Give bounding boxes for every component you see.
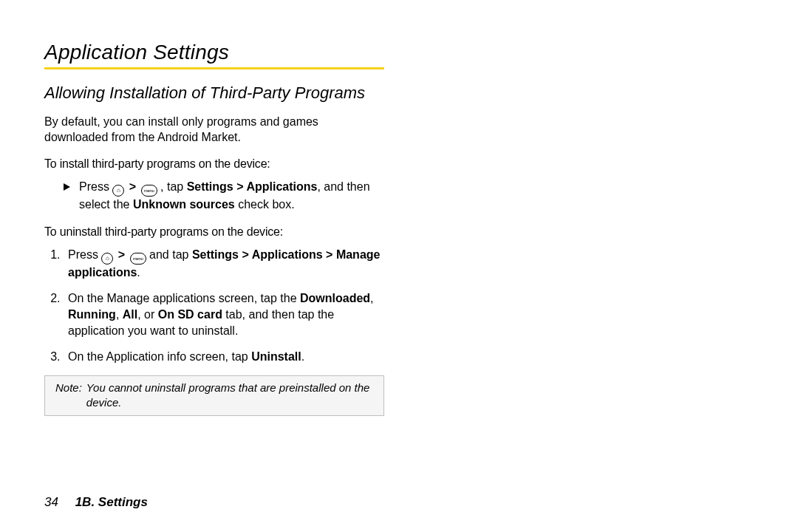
text: . [137, 266, 140, 279]
text: , [370, 292, 373, 304]
nav-path: Settings > Applications [187, 180, 318, 193]
text: . [301, 350, 304, 363]
text: , or [137, 308, 158, 321]
uninstall-step-1: Press ⌂ > menu and tap Settings > Applic… [64, 247, 384, 281]
install-step: Press ⌂ > menu , tap Settings > Applicat… [44, 179, 384, 213]
text: , [116, 308, 123, 321]
nav-path: Settings > Applications > Manage applica… [68, 248, 380, 279]
text: On the Application info screen, tap [68, 350, 251, 363]
option-name: Unknown sources [133, 198, 235, 211]
action-name: Uninstall [251, 350, 301, 363]
tab-name: All [123, 308, 137, 321]
breadcrumb-separator: > [117, 248, 126, 261]
intro-paragraph: By default, you can install only program… [44, 114, 384, 146]
tab-name: On SD card [158, 308, 222, 321]
home-button-icon: ⌂ [112, 185, 124, 197]
page-footer: 34 1B. Settings [44, 495, 148, 510]
note-box: Note: You cannot uninstall programs that… [44, 375, 384, 416]
chapter-label: 1B. Settings [75, 495, 148, 509]
text: On the Manage applications screen, tap t… [68, 292, 300, 304]
menu-button-icon: menu [141, 185, 157, 197]
text: Press [79, 180, 112, 193]
tab-name: Downloaded [300, 292, 370, 304]
content-column: Application Settings Allowing Installati… [44, 41, 384, 416]
subsection-title: Allowing Installation of Third-Party Pro… [44, 83, 384, 103]
uninstall-steps: Press ⌂ > menu and tap Settings > Applic… [44, 247, 384, 365]
tab-name: Running [68, 308, 116, 321]
note-label: Note: [55, 381, 86, 411]
triangle-bullet-icon [64, 183, 70, 191]
uninstall-lead: To uninstall third-party programs on the… [44, 224, 384, 240]
uninstall-step-2: On the Manage applications screen, tap t… [64, 290, 384, 340]
install-lead: To install third-party programs on the d… [44, 156, 384, 172]
text: Press [68, 248, 101, 261]
title-underline [44, 67, 384, 69]
breadcrumb-separator: > [128, 180, 137, 193]
page-number: 34 [44, 495, 72, 509]
text: check box. [235, 198, 295, 211]
install-step-text: Press ⌂ > menu , tap Settings > Applicat… [79, 179, 384, 213]
text: and tap [149, 248, 192, 261]
home-button-icon: ⌂ [101, 253, 113, 265]
manual-page: Application Settings Allowing Installati… [0, 0, 798, 532]
menu-button-icon: menu [130, 253, 146, 265]
note-text: You cannot uninstall programs that are p… [86, 381, 376, 411]
text: , tap [160, 180, 187, 193]
section-title: Application Settings [44, 41, 384, 64]
uninstall-step-3: On the Application info screen, tap Unin… [64, 349, 384, 365]
